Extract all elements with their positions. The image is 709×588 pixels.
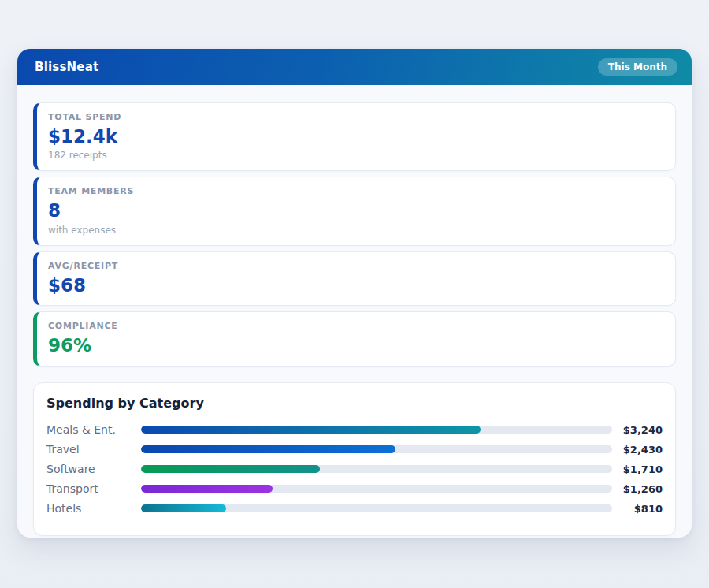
bar-fill-meals xyxy=(141,426,481,434)
bar-track xyxy=(141,504,612,512)
stat-card-compliance: COMPLIANCE 96% xyxy=(33,311,676,366)
stat-card-avg-receipt: AVG/RECEIPT $68 xyxy=(33,251,676,306)
category-value: $810 xyxy=(612,503,663,515)
bar-fill-transport xyxy=(141,485,273,493)
category-label: Hotels xyxy=(46,502,141,515)
chart-row-meals: Meals & Ent. $3,240 xyxy=(46,420,663,440)
stat-value: $12.4k xyxy=(48,126,663,147)
stat-subtext: 182 receipts xyxy=(48,150,663,161)
chart-row-hotels: Hotels $810 xyxy=(46,499,663,519)
bar-fill-travel xyxy=(141,445,395,453)
stat-label: TOTAL SPEND xyxy=(48,112,663,122)
stat-label: TEAM MEMBERS xyxy=(48,186,663,196)
spending-by-category-chart: Spending by Category Meals & Ent. $3,240… xyxy=(33,382,676,536)
chart-row-transport: Transport $1,260 xyxy=(46,479,663,499)
bar-track xyxy=(141,445,612,453)
content-area: TOTAL SPEND $12.4k 182 receipts TEAM MEM… xyxy=(17,85,692,552)
app-title: BlissNeat xyxy=(35,60,98,74)
category-value: $2,430 xyxy=(612,444,663,456)
chart-title: Spending by Category xyxy=(46,396,663,411)
period-badge[interactable]: This Month xyxy=(598,58,677,76)
chart-row-software: Software $1,710 xyxy=(46,460,663,479)
category-value: $3,240 xyxy=(612,424,663,436)
bar-track xyxy=(141,465,612,473)
chart-row-travel: Travel $2,430 xyxy=(46,440,663,460)
category-label: Software xyxy=(46,463,141,475)
category-value: $1,260 xyxy=(612,483,663,495)
app-panel: BlissNeat This Month TOTAL SPEND $12.4k … xyxy=(17,49,692,538)
stat-card-team-members: TEAM MEMBERS 8 with expenses xyxy=(33,177,676,245)
category-label: Transport xyxy=(46,482,141,495)
category-label: Meals & Ent. xyxy=(46,423,141,436)
stat-label: COMPLIANCE xyxy=(48,321,663,331)
bar-fill-software xyxy=(141,465,320,473)
category-value: $1,710 xyxy=(612,463,663,475)
category-label: Travel xyxy=(46,443,141,456)
bar-track xyxy=(141,485,612,493)
stat-subtext: with expenses xyxy=(48,225,663,236)
stat-label: AVG/RECEIPT xyxy=(48,261,663,271)
stat-value: 8 xyxy=(48,200,663,221)
bar-track xyxy=(141,426,612,434)
stat-card-total-spend: TOTAL SPEND $12.4k 182 receipts xyxy=(33,102,676,171)
stat-value: 96% xyxy=(48,335,663,355)
stat-value: $68 xyxy=(48,275,663,296)
bar-fill-hotels xyxy=(141,504,226,512)
app-header: BlissNeat This Month xyxy=(17,49,692,85)
